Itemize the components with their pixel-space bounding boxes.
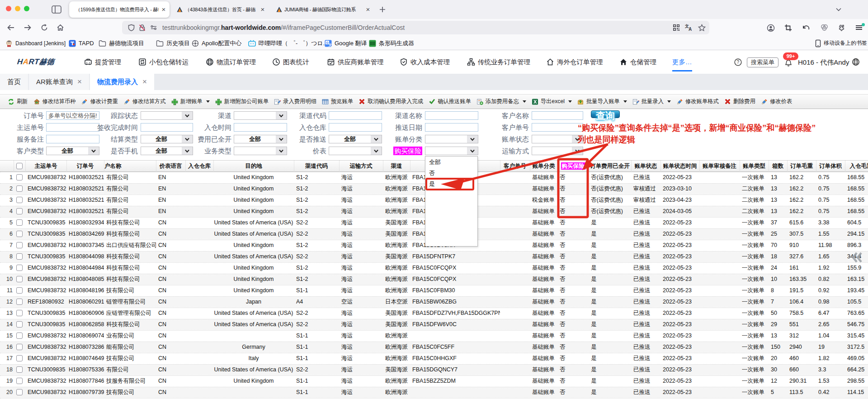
svg-text:?: ? (737, 60, 740, 65)
svg-text:文: 文 (328, 43, 332, 47)
svg-text:A: A (689, 27, 692, 31)
